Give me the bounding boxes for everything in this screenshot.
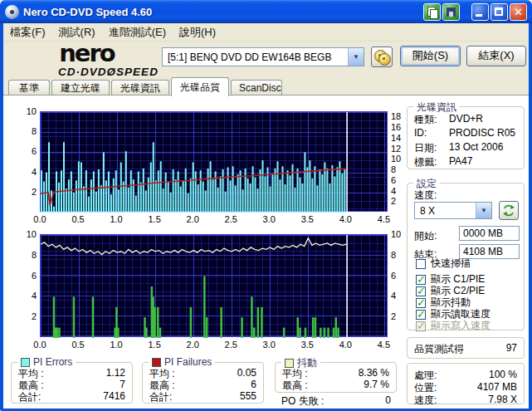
scan-start-input[interactable]: 0000 MB [459, 226, 520, 241]
progress-label: 速度: [414, 394, 488, 408]
pi-failures-chart-left-tick: 6 [15, 271, 37, 281]
stats-value: 9.7 % [364, 379, 389, 393]
pi-errors-chart-series [41, 112, 388, 213]
logo-cddvd-text: CD·DVD [58, 66, 107, 78]
title-bar: Nero CD-DVD Speed 4.60 ✕ [0, 0, 532, 23]
tab-1[interactable]: 建立光碟 [51, 80, 110, 95]
pi-failures-chart-x-tick: 2.0 [180, 340, 205, 350]
maximize-button[interactable] [491, 3, 508, 21]
disc-info-row: ID:PRODISC R05 [414, 127, 517, 139]
menu-item-0[interactable]: 檔案(F) [3, 24, 52, 41]
checkbox-0[interactable]: 快速掃描 [416, 257, 471, 271]
minimize-button[interactable] [471, 3, 489, 21]
pi-failures-chart-plot [40, 234, 388, 337]
pi-failures-chart-x-tick: 1.0 [104, 340, 129, 350]
disc-info-group: 光碟資訊 種類:DVD+RID:PRODISC R05日期:13 Oct 200… [407, 106, 525, 169]
disc-info-value: PRODISC R05 [449, 127, 515, 139]
stats-group-title-text: PI Failures [164, 356, 212, 368]
pi-failures-chart-x-tick: 3.0 [256, 340, 281, 350]
speed-select[interactable]: 8 X ▼ [414, 202, 492, 219]
pi-failures-chart-left-tick: 4 [15, 291, 37, 301]
pi-failures-chart-right-tick: 10 [391, 229, 401, 239]
pi-errors-chart-right-tick: 2 [391, 196, 396, 206]
settings-group: 設定 速度: 8 X ▼ 開始: 0000 MB 結束: 4108 MB 快速掃… [407, 183, 525, 330]
pi-errors-chart-right-tick: 12 [391, 144, 401, 154]
exit-button[interactable]: 結束(X) [466, 46, 526, 66]
pi-failures-chart-x-tick: 0.5 [66, 340, 90, 350]
checked-checkbox-icon[interactable] [416, 298, 426, 308]
drive-selector[interactable]: [5:1] BENQ DVD DD EW164B BEGB ▼ [162, 47, 364, 66]
refresh-arrows-icon [500, 202, 518, 219]
disc-info-label: 種類: [414, 113, 449, 127]
pi-failures-chart-left-tick: 8 [15, 250, 37, 260]
menu-item-3[interactable]: 說明(H) [173, 24, 222, 41]
pi-errors-chart-x-tick: 3.5 [295, 214, 320, 224]
stats-row: 最高 :9.7 % [282, 379, 389, 393]
tab-0[interactable]: 基準 [8, 80, 50, 95]
pi-errors-chart-left-tick: 10 [15, 106, 37, 116]
po-failures-value: 0 [385, 394, 391, 409]
pi-failures-chart-x-tick: 4.0 [333, 340, 358, 350]
pi-failures-chart-x-tick: 2.5 [218, 340, 243, 350]
checkbox-5: 顯示寫入速度 [416, 319, 491, 333]
progress-row: 速度:7.98 X [414, 394, 517, 408]
stats-value: 555 [240, 390, 256, 404]
checked-checkbox-icon[interactable] [416, 286, 426, 296]
disc-info-row: 種類:DVD+R [414, 113, 517, 127]
app-disc-icon [5, 5, 19, 19]
legend-color-icon [21, 358, 30, 367]
quality-score-group: 品質測試得 97 [407, 337, 525, 359]
chevron-down-icon[interactable]: ▼ [348, 48, 364, 66]
menu-item-1[interactable]: 測試(R) [52, 24, 102, 41]
pi-errors-chart-x-tick: 1.0 [104, 214, 129, 224]
stats-label: 合計: [18, 390, 103, 404]
disc-info-row: 標籤:PA47 [414, 155, 517, 169]
pi-failures-chart-series [41, 235, 388, 338]
copy-results-button[interactable] [423, 3, 441, 21]
nero-logo: nero CD·DVDØSPEED [18, 42, 155, 78]
pi-errors-chart-right-tick: 18 [391, 111, 401, 121]
stats-row: 合計:555 [149, 390, 256, 404]
tab-2[interactable]: 光碟資訊 [111, 80, 169, 95]
pi-failures-chart-x-tick: 0.0 [27, 340, 52, 350]
pi-errors-chart-left-tick: 6 [15, 146, 37, 156]
pi-errors-chart-left-tick: 4 [15, 167, 37, 177]
eject-disc-button[interactable] [371, 46, 393, 67]
disc-info-label: ID: [414, 127, 449, 139]
disc-info-value: DVD+R [449, 113, 483, 127]
pi-errors-chart-x-tick: 3.0 [256, 214, 281, 224]
checked-checkbox-icon[interactable] [416, 310, 426, 320]
disc-info-label: 日期: [414, 141, 449, 155]
pi-failures-chart-right-tick: 8 [391, 250, 396, 260]
po-failures-label: PO 失敗 : [281, 394, 385, 409]
chevron-down-icon[interactable]: ▼ [476, 203, 491, 218]
po-failures-row: PO 失敗 : 0 [281, 394, 391, 409]
pi-errors-chart-right-tick: 16 [391, 122, 401, 132]
logo-speed-text: SPEED [116, 66, 159, 78]
start-button[interactable]: 開始(S) [400, 46, 461, 66]
unchecked-checkbox-icon[interactable] [416, 259, 426, 269]
tab-4[interactable]: ScanDisc [231, 80, 282, 95]
menu-item-2[interactable]: 進階測試(E) [102, 24, 173, 41]
pi-errors-chart-x-tick: 0.5 [66, 214, 90, 224]
quality-score-value: 97 [506, 342, 517, 356]
pi-errors-chart-right-tick: 10 [391, 154, 401, 164]
speed-select-value: 8 X [415, 205, 476, 217]
window-title: Nero CD-DVD Speed 4.60 [23, 6, 422, 18]
pi-errors-chart-plot [40, 111, 388, 212]
pi-failures-chart-left-tick: 2 [15, 311, 37, 321]
pi-errors-chart-right-tick: 14 [391, 133, 401, 143]
pi-failures-chart-right-tick: 2 [391, 311, 396, 321]
pi-failures-stats-group: PI Failures平均 :0.05最高 :6合計:555 [142, 362, 264, 404]
refresh-speed-button[interactable] [499, 201, 519, 220]
nero-logo-subtitle: CD·DVDØSPEED [18, 66, 155, 78]
checkbox-label: 顯示寫入速度 [431, 319, 491, 333]
checked-checkbox-icon[interactable] [416, 275, 426, 285]
pi-failures-chart-x-tick: 3.5 [295, 340, 320, 350]
save-results-button[interactable] [442, 3, 460, 21]
pi-errors-chart-right-tick: 8 [391, 164, 396, 174]
close-button[interactable]: ✕ [510, 3, 527, 21]
pi-failures-chart-right-tick: 6 [391, 271, 396, 281]
tab-3[interactable]: 光碟品質 [171, 77, 229, 96]
nero-logo-wordmark: nero [18, 42, 155, 66]
